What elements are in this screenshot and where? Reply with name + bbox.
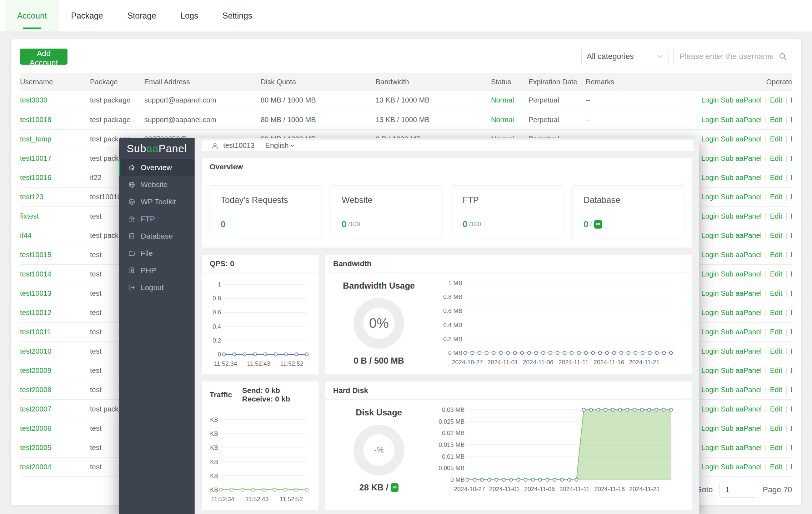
operate-link-edit[interactable]: Edit: [770, 135, 782, 143]
operate-link-login-sub-aapanel[interactable]: Login Sub aaPanel: [701, 251, 762, 259]
sidebar-item-php[interactable]: PHP: [119, 262, 195, 279]
operate-link-login-sub-aapanel[interactable]: Login Sub aaPanel: [701, 328, 762, 336]
tab-storage[interactable]: Storage: [115, 0, 169, 31]
cell-user[interactable]: test_temp: [20, 129, 90, 149]
cell-user[interactable]: test123: [20, 187, 90, 206]
cell-user[interactable]: test10017: [20, 149, 90, 168]
cell-user[interactable]: test20007: [20, 399, 90, 419]
cell-user[interactable]: test3030: [20, 91, 90, 110]
operate-link-delete[interactable]: Delete: [791, 231, 792, 239]
operate-link-delete[interactable]: Delete: [791, 444, 792, 451]
operate-link-login-sub-aapanel[interactable]: Login Sub aaPanel: [701, 174, 762, 181]
operate-link-edit[interactable]: Edit: [770, 328, 782, 336]
operate-link-login-sub-aapanel[interactable]: Login Sub aaPanel: [701, 212, 762, 220]
tab-account[interactable]: Account: [5, 0, 59, 31]
add-account-button[interactable]: Add Account: [20, 49, 67, 65]
operate-link-edit[interactable]: Edit: [770, 251, 782, 259]
operate-link-edit[interactable]: Edit: [770, 96, 782, 104]
operate-link-edit[interactable]: Edit: [770, 366, 782, 374]
cell-user[interactable]: test10018: [20, 110, 90, 129]
operate-link-edit[interactable]: Edit: [770, 463, 782, 471]
operate-link-delete[interactable]: Delete: [791, 463, 792, 471]
operate-link-edit[interactable]: Edit: [770, 444, 782, 451]
operate-link-login-sub-aapanel[interactable]: Login Sub aaPanel: [701, 154, 762, 162]
operate-link-login-sub-aapanel[interactable]: Login Sub aaPanel: [701, 135, 762, 143]
language-select[interactable]: English: [265, 141, 295, 150]
cell-user[interactable]: test10011: [20, 322, 90, 341]
operate-link-delete[interactable]: Delete: [791, 251, 792, 259]
operate-link-edit[interactable]: Edit: [770, 289, 782, 297]
operate-link-delete[interactable]: Delete: [791, 424, 792, 432]
operate-link-edit[interactable]: Edit: [770, 212, 782, 220]
operate-link-login-sub-aapanel[interactable]: Login Sub aaPanel: [701, 444, 762, 451]
operate-link-delete[interactable]: Delete: [791, 366, 792, 374]
sidebar-item-website[interactable]: Website: [119, 176, 195, 193]
operate-link-delete[interactable]: Delete: [791, 347, 792, 355]
operate-link-delete[interactable]: Delete: [791, 289, 792, 297]
qps-chart: 10.80.60.40.2011:52:3411:52:4311:52:52: [204, 276, 312, 372]
operate-link-delete[interactable]: Delete: [791, 328, 792, 336]
operate-link-edit[interactable]: Edit: [770, 116, 782, 124]
cell-user[interactable]: test20004: [20, 457, 90, 476]
cell-user[interactable]: if44: [20, 226, 90, 245]
operate-link-login-sub-aapanel[interactable]: Login Sub aaPanel: [701, 424, 762, 432]
tab-package[interactable]: Package: [59, 0, 115, 31]
tab-settings[interactable]: Settings: [210, 0, 264, 31]
operate-link-login-sub-aapanel[interactable]: Login Sub aaPanel: [701, 116, 762, 124]
operate-link-edit[interactable]: Edit: [770, 270, 782, 278]
cell-user[interactable]: test10016: [20, 168, 90, 187]
tab-logs[interactable]: Logs: [168, 0, 210, 31]
operate-link-login-sub-aapanel[interactable]: Login Sub aaPanel: [701, 347, 762, 355]
operate-link-login-sub-aapanel[interactable]: Login Sub aaPanel: [701, 231, 762, 239]
search-icon[interactable]: [778, 52, 787, 61]
operate-link-delete[interactable]: Delete: [791, 116, 792, 124]
operate-link-delete[interactable]: Delete: [791, 135, 792, 143]
sidebar-item-wp-toolkit[interactable]: WP Toolkit: [119, 193, 195, 210]
operate-link-edit[interactable]: Edit: [770, 347, 782, 355]
category-filter-select[interactable]: All categories: [581, 48, 668, 65]
operate-link-delete[interactable]: Delete: [791, 309, 792, 316]
operate-link-delete[interactable]: Delete: [791, 96, 792, 104]
sidebar-item-ftp[interactable]: FTP: [119, 210, 195, 228]
sidebar-item-file[interactable]: File: [119, 245, 195, 262]
operate-link-login-sub-aapanel[interactable]: Login Sub aaPanel: [701, 463, 762, 471]
operate-link-login-sub-aapanel[interactable]: Login Sub aaPanel: [701, 289, 762, 297]
search-input[interactable]: [673, 48, 792, 65]
cell-user[interactable]: test10013: [20, 284, 90, 303]
operate-link-delete[interactable]: Delete: [791, 212, 792, 220]
operate-link-delete[interactable]: Delete: [791, 193, 792, 201]
operate-link-edit[interactable]: Edit: [770, 193, 782, 201]
operate-link-login-sub-aapanel[interactable]: Login Sub aaPanel: [701, 386, 762, 394]
operate-link-edit[interactable]: Edit: [770, 174, 782, 181]
operate-link-delete[interactable]: Delete: [791, 386, 792, 394]
cell-user[interactable]: test20006: [20, 419, 90, 438]
sidebar-item-overview[interactable]: Overview: [119, 159, 195, 176]
operate-link-edit[interactable]: Edit: [770, 231, 782, 239]
operate-link-login-sub-aapanel[interactable]: Login Sub aaPanel: [701, 193, 762, 201]
operate-link-edit[interactable]: Edit: [770, 405, 782, 413]
operate-link-delete[interactable]: Delete: [791, 174, 792, 181]
cell-user[interactable]: test20005: [20, 438, 90, 457]
operate-link-edit[interactable]: Edit: [770, 424, 782, 432]
sidebar-item-database[interactable]: Database: [119, 228, 195, 245]
goto-page-input[interactable]: [719, 482, 756, 498]
operate-link-edit[interactable]: Edit: [770, 386, 782, 394]
operate-link-delete[interactable]: Delete: [791, 405, 792, 413]
operate-link-login-sub-aapanel[interactable]: Login Sub aaPanel: [701, 270, 762, 278]
operate-link-login-sub-aapanel[interactable]: Login Sub aaPanel: [701, 96, 762, 104]
cell-user[interactable]: test20010: [20, 341, 90, 361]
cell-user[interactable]: test10012: [20, 303, 90, 322]
cell-user[interactable]: test20008: [20, 380, 90, 399]
operate-link-edit[interactable]: Edit: [770, 309, 782, 316]
operate-link-login-sub-aapanel[interactable]: Login Sub aaPanel: [701, 405, 762, 413]
operate-link-edit[interactable]: Edit: [770, 154, 782, 162]
operate-link-login-sub-aapanel[interactable]: Login Sub aaPanel: [701, 366, 762, 374]
cell-user[interactable]: test20009: [20, 361, 90, 380]
cell-user[interactable]: fixtest: [20, 206, 90, 226]
operate-link-delete[interactable]: Delete: [791, 154, 792, 162]
operate-link-login-sub-aapanel[interactable]: Login Sub aaPanel: [701, 309, 762, 316]
operate-link-delete[interactable]: Delete: [791, 270, 792, 278]
sidebar-item-logout[interactable]: Logout: [119, 279, 195, 296]
cell-user[interactable]: test10014: [20, 264, 90, 284]
cell-user[interactable]: test10015: [20, 245, 90, 264]
